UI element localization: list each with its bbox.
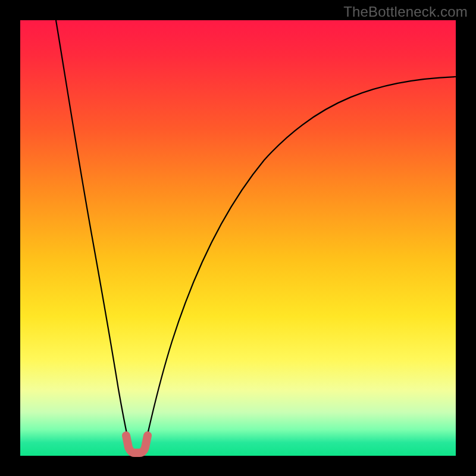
chart-frame: TheBottleneck.com	[0, 0, 476, 476]
watermark-text: TheBottleneck.com	[343, 4, 468, 20]
right-branch-curve	[145, 77, 456, 444]
curve-layer	[20, 20, 456, 456]
valley-knot	[126, 436, 148, 453]
left-branch-curve	[56, 20, 129, 444]
plot-area	[20, 20, 456, 456]
